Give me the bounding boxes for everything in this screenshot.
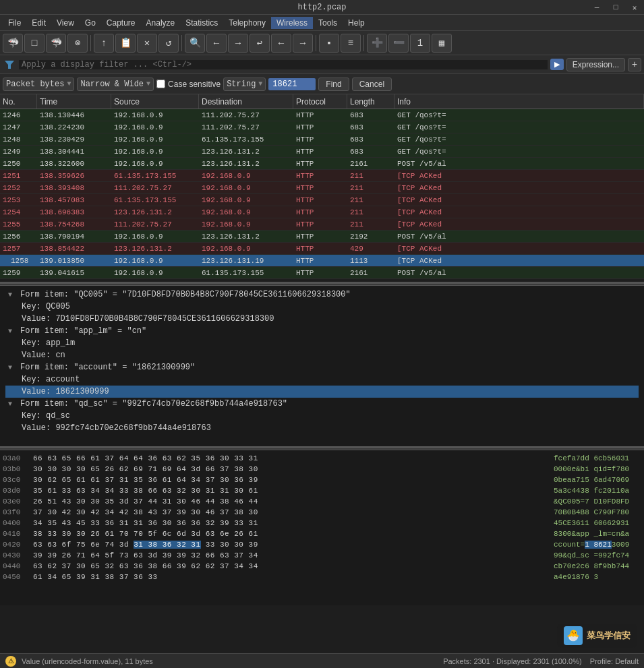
toolbar-copy[interactable]: 📋 (115, 34, 136, 53)
col-header-info[interactable]: Info (394, 94, 644, 109)
hex-row: 0430 39 39 26 71 64 5f 73 63 3d 39 39 32… (3, 550, 641, 561)
toolbar-search[interactable]: 🔍 (185, 34, 205, 53)
toolbar-one[interactable]: 1 (410, 34, 430, 53)
status-text: Value (urlencoded-form.value), 11 bytes (22, 657, 438, 665)
toolbar-minus[interactable]: ➖ (388, 34, 409, 53)
table-row[interactable]: 1255 138.754268 111.202.75.27 192.168.0.… (0, 218, 644, 231)
status-icon: ⚠ (5, 656, 16, 667)
toolbar-grid[interactable]: ▦ (432, 34, 452, 53)
detail-item[interactable]: ▼ Form item: "account" = "18621300999" (5, 361, 639, 373)
add-filter-button[interactable]: + (628, 58, 641, 71)
hex-row: 0400 34 35 43 45 33 36 31 31 36 30 36 36… (3, 518, 641, 528)
filter-icon (3, 58, 16, 71)
toolbar-prev[interactable]: ← (271, 34, 291, 53)
detail-item[interactable]: ▼ Form item: "qd_sc" = "992fc74cb70e2c68… (5, 398, 639, 410)
menu-edit[interactable]: Edit (26, 17, 51, 29)
detail-item[interactable]: Value: cn (5, 349, 639, 361)
minimize-button[interactable]: — (587, 0, 606, 15)
toolbar-loop[interactable]: ↩ (250, 34, 270, 53)
toolbar-up[interactable]: ↑ (94, 34, 114, 53)
menu-bar: File Edit View Go Capture Analyze Statis… (0, 15, 644, 31)
cancel-button[interactable]: Cancel (352, 78, 392, 91)
case-sensitive-checkbox[interactable] (156, 80, 165, 88)
table-row[interactable]: 1252 138.393408 111.202.75.27 192.168.0.… (0, 182, 644, 194)
col-header-source[interactable]: Source (111, 94, 199, 109)
toolbar-save[interactable]: 🦈 (46, 34, 66, 53)
toolbar-sep1 (90, 35, 91, 51)
table-row[interactable]: 1246 138.130446 192.168.0.9 111.202.75.2… (0, 109, 644, 121)
maximize-button[interactable]: □ (606, 0, 625, 15)
toolbar-refresh[interactable]: ↺ (158, 34, 179, 53)
packet-bytes-dropdown[interactable]: Packet bytes ▼ (3, 78, 74, 91)
table-row[interactable]: 1248 138.230429 192.168.0.9 61.135.173.1… (0, 133, 644, 146)
col-header-time[interactable]: Time (37, 94, 111, 109)
detail-item[interactable]: ▼ Form item: "app_lm" = "cn" (5, 325, 639, 337)
expand-icon[interactable]: ▼ (8, 328, 16, 335)
toolbar-plus[interactable]: ➕ (367, 34, 387, 53)
menu-help[interactable]: Help (343, 17, 370, 29)
menu-capture[interactable]: Capture (101, 17, 141, 29)
menu-go[interactable]: Go (80, 17, 101, 29)
toolbar-sep2 (181, 35, 182, 51)
filter-arrow-button[interactable]: ▶ (550, 59, 564, 70)
table-row[interactable]: 1253 138.457083 61.135.173.155 192.168.0… (0, 194, 644, 206)
table-row[interactable]: 1249 138.304441 192.168.0.9 123.126.131.… (0, 146, 644, 158)
detail-item[interactable]: ▼ Form item: "QC005" = "7D10FD8FD70B0B4B… (5, 289, 639, 301)
toolbar-sep4 (363, 35, 364, 51)
find-button[interactable]: Find (318, 78, 349, 91)
detail-item[interactable]: Key: account (5, 373, 639, 386)
toolbar-delete[interactable]: ✕ (137, 34, 157, 53)
search-value-input[interactable]: 18621 (268, 78, 316, 90)
table-row[interactable]: 1250 138.322600 192.168.0.9 123.126.131.… (0, 158, 644, 170)
table-row[interactable]: 1247 138.224230 192.168.0.9 111.202.75.2… (0, 121, 644, 133)
toolbar-lines[interactable]: ≡ (341, 34, 361, 53)
filter-input[interactable] (19, 60, 548, 69)
menu-view[interactable]: View (51, 17, 80, 29)
table-row[interactable]: 1251 138.359626 61.135.173.155 192.168.0… (0, 170, 644, 182)
menu-tools[interactable]: Tools (313, 17, 343, 29)
hex-row: 03e0 26 51 43 30 30 35 3d 37 44 31 30 46… (3, 496, 641, 507)
toolbar-next[interactable]: → (293, 34, 313, 53)
hex-row: 0410 38 33 30 30 26 61 70 70 5f 6c 6d 3d… (3, 528, 641, 539)
table-row[interactable]: 1256 138.790194 192.168.0.9 123.126.131.… (0, 231, 644, 243)
table-row[interactable]: 1258 139.013850 192.168.0.9 123.126.131.… (0, 255, 644, 267)
menu-statistics[interactable]: Statistics (180, 17, 223, 29)
close-button[interactable]: ✕ (625, 0, 644, 15)
col-header-proto[interactable]: Protocol (293, 94, 347, 109)
menu-analyze[interactable]: Analyze (141, 17, 181, 29)
col-header-len[interactable]: Length (347, 94, 394, 109)
detail-item[interactable]: Key: app_lm (5, 337, 639, 349)
toolbar-open[interactable]: □ (24, 34, 45, 53)
expand-icon[interactable]: ▼ (8, 364, 16, 371)
detail-item[interactable]: Value: 992fc74cb70e2c68f9bb744a4e918763 (5, 422, 639, 434)
toolbar-back[interactable]: ← (206, 34, 227, 53)
menu-file[interactable]: File (3, 17, 26, 29)
packet-list-header: No. Time Source Destination Protocol Len… (0, 94, 644, 109)
menu-telephony[interactable]: Telephony (223, 17, 271, 29)
packets-info: Packets: 2301 · Displayed: 2301 (100.0%) (443, 657, 581, 665)
detail-item-selected[interactable]: Value: 18621300999 (5, 386, 639, 398)
table-row[interactable]: 1259 139.041615 192.168.0.9 61.135.173.1… (0, 267, 644, 279)
expression-button[interactable]: Expression... (566, 58, 625, 71)
col-header-dest[interactable]: Destination (199, 94, 293, 109)
detail-pane: ▼ Form item: "QC005" = "7D10FD8FD70B0B4B… (0, 286, 644, 448)
table-row[interactable]: 1257 138.854422 123.126.131.2 192.168.0.… (0, 243, 644, 255)
toolbar-forward[interactable]: → (228, 34, 248, 53)
toolbar-sep3 (316, 35, 316, 51)
col-header-no[interactable]: No. (0, 94, 37, 109)
detail-item[interactable]: Value: 7D10FD8FD70B0B4B8C790F78045CE3611… (5, 313, 639, 325)
search-bar: Packet bytes ▼ Narrow & Wide ▼ Case sens… (0, 74, 644, 94)
toolbar-fill[interactable]: ▪ (319, 34, 339, 53)
toolbar-close[interactable]: ⊗ (67, 34, 88, 53)
expand-icon[interactable]: ▼ (8, 400, 16, 408)
chevron-down-icon: ▼ (258, 80, 262, 88)
menu-wireless[interactable]: Wireless (271, 17, 313, 29)
narrow-wide-dropdown[interactable]: Narrow & Wide ▼ (77, 78, 154, 91)
expand-icon[interactable]: ▼ (8, 291, 16, 299)
detail-item[interactable]: Key: qd_sc (5, 410, 639, 422)
chevron-down-icon: ▼ (146, 80, 150, 88)
detail-item[interactable]: Key: QC005 (5, 301, 639, 313)
toolbar-shark[interactable]: 🦈 (3, 34, 23, 53)
table-row[interactable]: 1254 138.696383 123.126.131.2 192.168.0.… (0, 206, 644, 218)
string-dropdown[interactable]: String ▼ (223, 78, 266, 91)
